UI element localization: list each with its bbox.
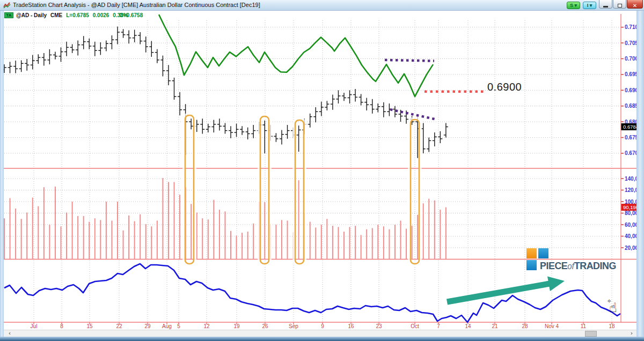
upper-trendline[interactable] <box>385 60 434 61</box>
date-label: 14 <box>465 323 471 329</box>
date-label: 19 <box>233 323 240 329</box>
date-label: 8 <box>60 323 63 329</box>
ticker-open: O=0.6758 <box>119 12 143 18</box>
date-label: 29 <box>144 323 151 329</box>
ticker-change: 0.0026 <box>93 12 109 18</box>
ticker-row: TA @AD - Daily CME L=0.6785 0.0026 0.38% <box>4 12 132 19</box>
volume-axis-label: 120,000 <box>625 187 636 193</box>
ticker-symbol: @AD - Daily <box>16 12 47 18</box>
date-label: 16 <box>348 323 354 329</box>
close-icon: ✕ <box>633 3 637 9</box>
chart-client-area: Jul8152229Aug5121926Sep91623Oct7142128No… <box>4 11 636 337</box>
close-button[interactable]: ✕ <box>627 0 643 9</box>
chart-canvas[interactable]: Jul8152229Aug5121926Sep91623Oct7142128No… <box>4 11 636 337</box>
date-label: 21 <box>492 323 498 329</box>
mouse-cursor-hand: ✧ ☝ <box>609 300 617 315</box>
minimize-icon <box>603 6 608 8</box>
ta-badge[interactable]: TA <box>4 12 13 18</box>
horizontal-scrollbar[interactable]: ‹ › <box>4 330 636 337</box>
logo-square-blue-bottom <box>526 260 537 270</box>
volume-axis-label: 40,000 <box>625 233 636 239</box>
date-label: 28 <box>522 323 528 329</box>
info-button[interactable]: I ▾ <box>583 2 596 9</box>
highlight-box[interactable] <box>295 120 304 264</box>
minimize-button[interactable] <box>599 0 612 9</box>
title-bar[interactable]: TradeStation Chart Analysis - @AD Daily … <box>0 0 644 11</box>
last-volume-badge-text: 90,190 <box>623 204 636 210</box>
date-label: 18 <box>609 323 615 329</box>
price-axis-label: 0.7100 <box>625 24 636 30</box>
volume-axis-label: 80,000 <box>625 210 636 216</box>
window-border-left <box>0 11 4 338</box>
ticker-exchange: CME <box>50 12 62 18</box>
date-label: 15 <box>86 323 93 329</box>
logo-text: PIECEofTRADING <box>540 260 616 272</box>
restore-button[interactable] <box>613 0 626 9</box>
tradestation-window: TradeStation Chart Analysis - @AD Daily … <box>0 0 644 341</box>
window-border-right <box>636 11 644 338</box>
date-label: 11 <box>581 323 587 329</box>
logo-square-orange <box>526 248 537 258</box>
price-axis-label: 0.7050 <box>625 40 636 46</box>
date-label: 7 <box>437 323 440 329</box>
app-icon <box>3 2 11 9</box>
price-axis-label: 0.6850 <box>625 103 636 109</box>
window-title: TradeStation Chart Analysis - @AD Daily … <box>13 2 260 8</box>
price-axis-label: 0.6900 <box>625 87 636 93</box>
volume-axis-label: 60,000 <box>625 222 636 228</box>
scrollbar-thumb[interactable] <box>585 331 597 337</box>
date-label: Sep <box>289 323 298 329</box>
date-label: Nov 4 <box>545 323 559 329</box>
price-axis-label: 0.6750 <box>625 135 636 140</box>
date-label: Aug <box>162 323 172 329</box>
piece-of-trading-logo: PIECEofTRADING <box>526 248 618 273</box>
volume-axis-label: 140,000 <box>625 176 636 182</box>
date-label: 9 <box>321 323 324 329</box>
date-label: Oct <box>411 323 419 329</box>
window-border-bottom <box>0 337 644 341</box>
date-label: 22 <box>116 323 122 329</box>
restore-icon <box>618 4 622 8</box>
scroll-right-arrow[interactable]: › <box>628 330 635 337</box>
date-label: 23 <box>376 323 382 329</box>
date-label: 12 <box>203 323 210 329</box>
price-axis-label: 0.6950 <box>625 71 636 77</box>
date-label: 26 <box>262 323 268 329</box>
logo-square-blue-top <box>538 248 548 258</box>
price-level-annotation[interactable]: 0.6900 <box>487 81 522 93</box>
date-label: Jul <box>31 323 38 329</box>
last-price-badge-text: 0.6784 <box>623 124 636 130</box>
date-label: 5 <box>177 323 180 329</box>
status-button[interactable]: S ▾ <box>567 2 580 9</box>
ticker-last: L=0.6785 <box>66 12 89 18</box>
price-axis-label: 0.7000 <box>625 56 636 62</box>
cursor-sparkle-icon: ✧ <box>607 298 611 304</box>
scroll-left-arrow[interactable]: ‹ <box>6 330 13 337</box>
volume-axis-label: 100,000 <box>625 199 636 205</box>
overlay-line-green <box>159 14 433 97</box>
price-axis-label: 0.6700 <box>625 150 636 156</box>
volume-axis-label: 20,000 <box>625 245 636 251</box>
